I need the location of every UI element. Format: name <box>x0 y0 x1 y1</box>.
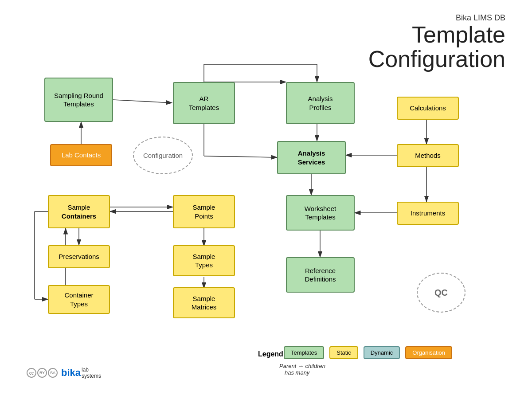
legend-static: Static <box>329 346 358 359</box>
worksheet-templates-node: WorksheetTemplates <box>286 195 355 231</box>
methods-node: Methods <box>397 144 459 167</box>
configuration-node: Configuration <box>133 137 193 174</box>
title-block: Bika LIMS DB TemplateConfiguration <box>368 13 505 71</box>
sample-points-node: SamplePoints <box>173 195 235 228</box>
container-types-node: ContainerTypes <box>48 285 110 314</box>
title-sub: Bika LIMS DB <box>368 13 505 23</box>
instruments-node: Instruments <box>397 202 459 225</box>
legend-dynamic: Dynamic <box>364 346 400 359</box>
footer-logo: cc BY SA bika labsystems <box>27 367 101 379</box>
sample-matrices-node: SampleMatrices <box>173 287 235 318</box>
legend-organisation: Organisation <box>405 346 452 359</box>
legend-title: Legend <box>258 350 283 358</box>
svg-line-2 <box>113 100 172 103</box>
sample-containers-node: SampleContainers <box>48 195 110 228</box>
legend-templates: Templates <box>284 346 324 359</box>
calculations-node: Calculations <box>397 97 459 120</box>
analysis-profiles-node: AnalysisProfiles <box>286 82 355 124</box>
sample-types-node: SampleTypes <box>173 245 235 276</box>
ar-templates-node: ARTemplates <box>173 82 235 124</box>
reference-definitions-node: ReferenceDefinitions <box>286 257 355 293</box>
analysis-services-node: AnalysisServices <box>277 141 346 174</box>
legend-arrow: Parent → children has many <box>279 363 325 376</box>
qc-node: QC <box>417 273 466 313</box>
preservations-node: Preservations <box>48 245 110 268</box>
sampling-round-templates-node: Sampling Round Templates <box>44 78 113 122</box>
svg-line-4 <box>204 156 277 157</box>
title-main: TemplateConfiguration <box>368 23 505 71</box>
lab-contacts-node: Lab Contacts <box>50 144 112 166</box>
legend-boxes: Templates Static Dynamic Organisation <box>284 346 452 359</box>
diagram-container: Bika LIMS DB TemplateConfiguration <box>0 0 532 399</box>
